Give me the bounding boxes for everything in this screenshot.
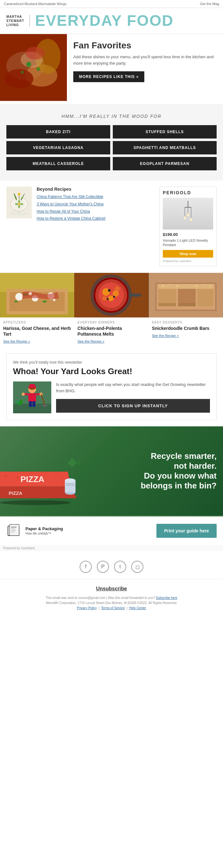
svg-point-69 — [169, 284, 170, 285]
china-plate-illustration — [7, 188, 31, 217]
newsletter-image — [13, 381, 51, 413]
footer: Unsubscribe This email was sent to xxxxx… — [0, 579, 223, 617]
svg-rect-64 — [158, 284, 214, 289]
svg-point-22 — [16, 211, 22, 213]
recipe-card-2: EASY DESSERTS Snickerdoodle Crumb Bars S… — [149, 273, 223, 347]
svg-point-57 — [108, 289, 111, 292]
footer-disclaimer-text: This email was sent to xxxxxx@gmail.com … — [46, 596, 155, 599]
more-recipes-button[interactable]: MORE RECIPES LIKE THIS » — [73, 71, 144, 82]
terms-of-service-link[interactable]: Terms of Service — [101, 606, 124, 610]
ad-product-name: Vornado 1-Light LED Novelty Pendant — [163, 238, 213, 247]
recipe-category-0: APPETIZERS — [3, 321, 71, 324]
svg-point-72 — [196, 285, 197, 286]
social-icons: f P t ◻ — [6, 561, 217, 573]
recipe-card-1: EVERYDAY DINNERS Chicken-and-Polenta Put… — [74, 273, 148, 347]
facebook-icon[interactable]: f — [80, 561, 92, 573]
svg-point-6 — [26, 62, 31, 67]
gardener-illustration — [13, 381, 51, 413]
svg-point-68 — [162, 285, 164, 286]
svg-point-45 — [29, 292, 32, 295]
svg-rect-82 — [30, 384, 35, 386]
recipe-name-0: Harissa, Goat Cheese, and Herb Tart — [3, 326, 71, 337]
beyond-link-1[interactable]: 3 Ways to Upcycle Your Mother's China — [37, 202, 106, 207]
paper-packaging-logo-icon — [6, 523, 22, 539]
svg-rect-91 — [43, 405, 48, 406]
pinterest-icon[interactable]: P — [97, 561, 109, 573]
beyond-image — [6, 187, 32, 218]
top-bar: Caramelized Mustard-Marmalade Wings Get … — [0, 0, 223, 8]
hero-image-visual — [0, 34, 67, 101]
svg-point-53 — [112, 290, 119, 297]
recipe-link-2[interactable]: See the Recipe » — [152, 334, 179, 338]
svg-point-94 — [19, 400, 23, 403]
recipe-card-body-2: EASY DESSERTS Snickerdoodle Crumb Bars S… — [149, 317, 223, 341]
brand-line2: STEWART — [6, 19, 24, 23]
newsletter-body-text: Is exactly what people will say when you… — [56, 381, 210, 394]
mood-option-4[interactable]: MEATBALL CASSEROLE — [6, 157, 110, 170]
svg-point-8 — [21, 71, 24, 74]
mood-option-0[interactable]: BAKED ZITI — [6, 125, 110, 138]
site-title: EVERYDAY FOOD — [35, 13, 174, 28]
beyond-link-2[interactable]: How to Repair All of Your China — [37, 209, 106, 214]
recipe-image-dinner — [74, 273, 148, 317]
svg-point-32 — [184, 217, 186, 219]
svg-point-58 — [113, 296, 115, 298]
svg-point-99 — [17, 477, 19, 478]
newsletter-body: Is exactly what people will say when you… — [13, 381, 210, 413]
signup-button[interactable]: CLICK TO SIGN UP INSTANTLY — [56, 399, 210, 413]
recipe-cards: APPETIZERS Harissa, Goat Cheese, and Her… — [0, 273, 223, 347]
recipe-card-0: APPETIZERS Harissa, Goat Cheese, and Her… — [0, 273, 74, 347]
mood-option-5[interactable]: EGGPLANT PARMESAN — [113, 157, 217, 170]
svg-point-97 — [5, 475, 7, 477]
recipe-link-1[interactable]: See the Recipe » — [77, 339, 104, 343]
beyond-heading: Beyond Recipes — [37, 187, 106, 192]
hero-food-illustration — [0, 34, 67, 101]
svg-rect-67 — [197, 289, 214, 306]
svg-point-16 — [15, 203, 18, 205]
recycle-line1: Recycle smarter, not harder. Do you know… — [70, 451, 217, 491]
svg-rect-113 — [11, 529, 15, 529]
brand-tagline: How life unfolds™ — [26, 532, 63, 535]
dinner-illustration — [74, 273, 148, 317]
appetizer-illustration — [0, 273, 74, 317]
beyond-link-3[interactable]: How to Restore a Vintage China Cabinet — [37, 216, 106, 221]
unsubscribe-link[interactable]: Unsubscribe — [6, 586, 217, 592]
pizza-box-illustration: PIZZA PIZZA — [0, 455, 80, 506]
mood-option-1[interactable]: STUFFED SHELLS — [113, 125, 217, 138]
brand-line3: LIVING — [6, 23, 24, 27]
svg-point-14 — [18, 200, 20, 203]
print-guide-button[interactable]: Print your guide here — [157, 524, 217, 538]
mood-option-3[interactable]: SPAGHETTI AND MEATBALLS — [113, 141, 217, 154]
top-bar-right[interactable]: Get the Mag — [200, 2, 219, 6]
brand-line1: MARTHA — [6, 14, 24, 19]
help-center-link[interactable]: Help Center — [129, 606, 146, 610]
shop-now-button[interactable]: Shop now — [163, 250, 213, 257]
svg-text:PIZZA: PIZZA — [8, 491, 22, 496]
top-bar-left[interactable]: Caramelized Mustard-Marmalade Wings — [4, 2, 66, 6]
svg-point-51 — [99, 282, 124, 308]
recipe-link-0[interactable]: See the Recipe » — [3, 339, 30, 343]
svg-point-13 — [18, 203, 20, 206]
instagram-icon[interactable]: ◻ — [131, 561, 143, 573]
twitter-icon[interactable]: t — [114, 561, 126, 573]
svg-rect-114 — [11, 530, 16, 531]
ad-brand: PERIGOLD — [163, 190, 213, 195]
svg-rect-112 — [11, 527, 17, 528]
newsletter-title: Whoa! Your Yard Looks Great! — [13, 367, 210, 376]
print-guide-section: Paper & Packaging How life unfolds™ Prin… — [0, 516, 223, 545]
svg-point-15 — [18, 205, 20, 208]
hero-heading: Fan Favorites — [73, 40, 217, 51]
hero-section: Fan Favorites Add these dishes to your m… — [0, 34, 223, 101]
mood-option-2[interactable]: VEGETARIAN LASAGNA — [6, 141, 110, 154]
svg-rect-75 — [158, 303, 176, 306]
svg-point-17 — [20, 203, 23, 205]
social-section: f P t ◻ — [0, 551, 223, 579]
newsletter-text: Is exactly what people will say when you… — [56, 381, 210, 413]
beyond-link-0[interactable]: China Patterns That Are Still Collectibl… — [37, 194, 106, 199]
svg-point-55 — [102, 296, 107, 301]
brand-logo-text: MARTHA STEWART LIVING — [6, 14, 30, 27]
svg-point-105 — [65, 478, 76, 483]
svg-rect-60 — [129, 293, 141, 297]
privacy-policy-link[interactable]: Privacy Policy — [77, 606, 96, 610]
subscribe-here-link[interactable]: Subscribe here — [156, 596, 177, 599]
